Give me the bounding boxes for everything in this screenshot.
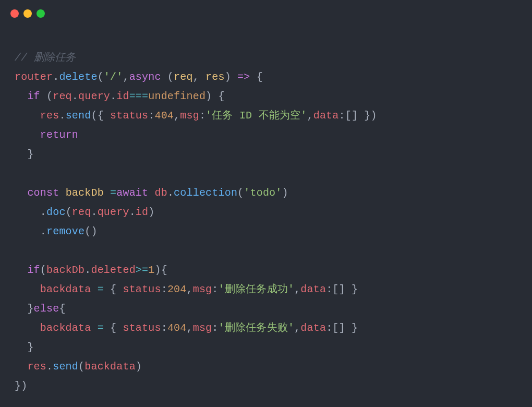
- comment-line: // 删除任务: [15, 52, 76, 64]
- keyword-async: async: [129, 71, 161, 83]
- msg-empty-id: '任务 ID 不能为空': [205, 110, 307, 122]
- var-backdata: backdata: [40, 283, 91, 295]
- close-icon[interactable]: [10, 9, 19, 18]
- minimize-icon[interactable]: [23, 9, 32, 18]
- keyword-const: const: [27, 187, 59, 199]
- zoom-icon[interactable]: [37, 9, 45, 18]
- param-res: res: [205, 71, 225, 83]
- collection-name: 'todo': [244, 187, 282, 199]
- msg-fail: '删除任务失败': [219, 322, 295, 334]
- keyword-else: else: [34, 303, 59, 315]
- param-req: req: [174, 71, 193, 83]
- window-titlebar: [0, 0, 532, 22]
- arrow: =>: [237, 71, 250, 83]
- ident-router: router: [15, 71, 53, 83]
- method-delete: delete: [59, 71, 97, 83]
- undefined-literal: undefined: [148, 90, 205, 102]
- keyword-await: await: [116, 187, 148, 199]
- keyword-return: return: [40, 129, 78, 141]
- msg-success: '删除任务成功': [219, 283, 295, 295]
- status-code-404: 404: [154, 110, 174, 122]
- route-path: '/': [104, 71, 123, 83]
- var-backdb: backDb: [66, 187, 104, 199]
- keyword-if: if: [27, 90, 40, 102]
- code-block: // 删除任务 router.delete('/',async (req, re…: [0, 22, 532, 406]
- status-code-204: 204: [167, 283, 187, 295]
